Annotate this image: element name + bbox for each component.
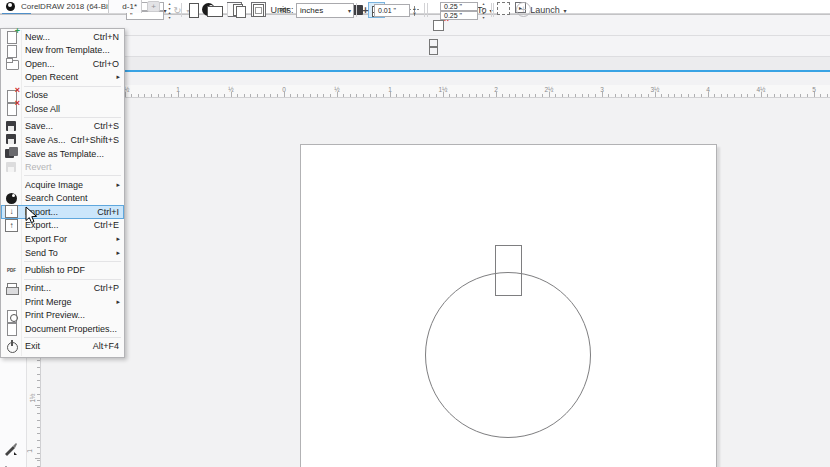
treat-as-filled-icon[interactable] <box>497 2 510 15</box>
file-menu-item-new[interactable]: New...Ctrl+N <box>1 30 124 44</box>
blank-icon <box>5 178 18 191</box>
ruler-label: ½ <box>228 86 233 93</box>
new-tab-button[interactable]: + <box>147 1 160 12</box>
menu-item-label: Close All <box>25 104 60 114</box>
menu-separator <box>24 175 121 176</box>
file-menu-item-open-recent[interactable]: Open Recent▸ <box>1 71 124 85</box>
duplicate-y-spinner[interactable]: ▴▾ <box>479 11 488 19</box>
launch-dropdown-icon[interactable]: ▾ <box>561 2 569 18</box>
menu-item-label: New from Template... <box>25 45 110 55</box>
file-menu-item-publish-to-pdf[interactable]: PDFPublish to PDF <box>1 264 124 278</box>
coreldraw-logo-icon <box>6 2 15 11</box>
file-menu-item-save-as[interactable]: Save As...Ctrl+Shift+S <box>1 133 124 147</box>
units-dropdown-icon[interactable]: ▾ <box>346 7 353 14</box>
duplicate-distance-icon <box>428 38 438 54</box>
ruler-label: 4½ <box>756 86 765 93</box>
menu-item-label: Save As... <box>25 135 66 145</box>
document-properties-icon <box>5 322 18 335</box>
submenu-arrow-icon: ▸ <box>116 298 124 306</box>
ruler-label: 1½ <box>438 86 447 93</box>
file-menu-item-print-merge[interactable]: Print Merge▸ <box>1 295 124 309</box>
outline-pen-tool[interactable] <box>3 441 18 456</box>
all-pages-icon[interactable] <box>231 2 248 18</box>
portrait-orientation-icon[interactable] <box>185 2 202 18</box>
file-menu-item-revert: Revert <box>1 160 124 174</box>
toolbar-separator <box>491 3 492 17</box>
menu-item-label: New... <box>25 32 50 42</box>
landscape-orientation-icon[interactable] <box>205 2 224 18</box>
menu-separator <box>24 117 121 118</box>
new-document-icon <box>5 30 18 43</box>
eyedropper-tool[interactable] <box>3 463 18 467</box>
page-width-spinner[interactable]: ▴▾ <box>165 2 174 10</box>
menu-item-label: Print... <box>25 283 51 293</box>
close-all-icon <box>5 102 18 115</box>
print-icon <box>5 282 18 295</box>
menu-item-label: Close <box>25 90 48 100</box>
ruler-label: 1 <box>388 86 392 93</box>
file-menu-item-save[interactable]: Save...Ctrl+S <box>1 120 124 134</box>
nudge-distance-field[interactable]: 0.01 " <box>374 4 410 17</box>
ruler-label: 1 <box>176 86 180 93</box>
blank-icon <box>5 295 18 308</box>
ellipse-shape[interactable] <box>425 272 591 438</box>
ruler-label: 1 <box>27 449 33 453</box>
search-content-icon <box>5 192 18 205</box>
file-menu-item-close-all[interactable]: Close All <box>1 102 124 116</box>
file-menu-item-document-properties[interactable]: Document Properties... <box>1 322 124 336</box>
file-menu-item-save-as-template[interactable]: Save as Template... <box>1 147 124 161</box>
file-menu-item-print[interactable]: Print...Ctrl+P <box>1 281 124 295</box>
ruler-label: 5 <box>812 86 816 93</box>
file-menu-item-exit[interactable]: ExitAlt+F4 <box>1 340 124 354</box>
menu-item-shortcut: Alt+F4 <box>93 341 124 351</box>
toolbar-separator <box>493 3 494 17</box>
open-folder-icon <box>5 57 18 70</box>
current-page-icon[interactable] <box>251 2 268 18</box>
duplicate-x-field[interactable]: 0.25 " <box>440 2 478 11</box>
toolbar-separator <box>424 3 425 17</box>
file-menu-item-acquire-image[interactable]: Acquire Image▸ <box>1 178 124 192</box>
duplicate-y-field[interactable]: 0.25 " <box>440 11 478 20</box>
revert-icon <box>5 161 18 174</box>
file-menu-item-export-for[interactable]: Export For▸ <box>1 232 124 246</box>
toolbar-separator <box>181 3 182 17</box>
file-menu-item-export[interactable]: ↑Export...Ctrl+E <box>1 219 124 233</box>
menu-item-label: Publish to PDF <box>25 265 85 275</box>
file-menu-item-print-preview[interactable]: Print Preview... <box>1 308 124 322</box>
file-menu-item-new-from-template[interactable]: New from Template... <box>1 44 124 58</box>
new-from-template-icon <box>5 44 18 57</box>
ruler-label: 2 <box>494 86 498 93</box>
page-height-spinner[interactable]: ▴▾ <box>165 11 174 19</box>
submenu-arrow-icon: ▸ <box>116 181 124 189</box>
file-menu-item-open[interactable]: Open...Ctrl+O <box>1 57 124 71</box>
units-value: inches <box>297 6 346 15</box>
menu-item-label: Save as Template... <box>25 149 104 159</box>
menu-item-label: Save... <box>25 121 53 131</box>
nudge-offset-icon: + <box>359 2 372 18</box>
document-tab[interactable]: d-1* <box>108 0 142 13</box>
launch-button[interactable]: Launch <box>529 2 561 18</box>
publish-pdf-icon: PDF <box>5 264 18 277</box>
file-menu-item-send-to[interactable]: Send To▸ <box>1 246 124 260</box>
file-menu-item-search-content[interactable]: Search Content <box>1 192 124 206</box>
ruler-label: 3½ <box>650 86 659 93</box>
rectangle-shape[interactable] <box>495 245 522 296</box>
ruler-label: 0 <box>282 86 286 93</box>
horizontal-ruler: 1½1½0½11½22½33½44½5 <box>41 85 830 98</box>
file-menu-item-import[interactable]: ↓Import...Ctrl+I <box>1 205 124 219</box>
blank-icon <box>5 71 18 84</box>
units-label: Units: <box>270 2 294 18</box>
menu-item-label: Open Recent <box>25 72 78 82</box>
menu-item-label: Revert <box>25 162 52 172</box>
submenu-arrow-icon: ▸ <box>116 73 124 81</box>
menu-item-shortcut: Ctrl+S <box>94 121 124 131</box>
blank-icon <box>5 246 18 259</box>
ruler-label: 4 <box>706 86 710 93</box>
menu-separator <box>24 86 121 87</box>
file-menu-panel: New...Ctrl+NNew from Template...Open...C… <box>0 28 125 358</box>
nudge-spinner[interactable]: ▴▾ <box>410 4 419 17</box>
duplicate-x-spinner[interactable]: ▴▾ <box>479 2 488 10</box>
units-combobox[interactable]: inches ▾ <box>296 3 354 18</box>
menu-item-label: Print Preview... <box>25 310 85 320</box>
menu-item-label: Search Content <box>25 193 88 203</box>
